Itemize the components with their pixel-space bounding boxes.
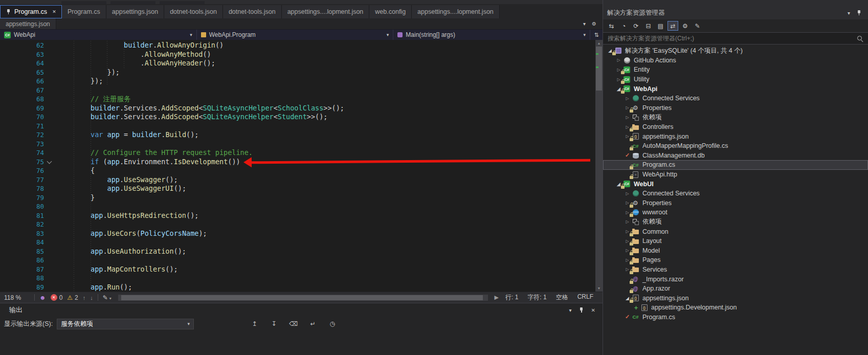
scroll-down-icon[interactable]: ▼ xyxy=(595,285,603,292)
document-tab[interactable]: appsettings.json xyxy=(106,5,164,18)
word-wrap-icon[interactable]: ↵ xyxy=(307,319,318,329)
tab-list-chevron-icon[interactable]: ▾ xyxy=(583,21,586,27)
code-line[interactable] xyxy=(55,238,603,247)
tree-item[interactable]: ▷Common xyxy=(603,227,868,236)
tree-item[interactable]: @App.razor xyxy=(603,284,868,294)
tree-item[interactable]: ▷{}appsettings.json xyxy=(603,131,868,141)
tree-item[interactable]: ▷Services xyxy=(603,265,868,275)
code-line[interactable]: app.UseCors(PolicyCorsName); xyxy=(55,229,603,238)
feedback-icon[interactable]: ☻ xyxy=(39,294,46,301)
tree-item[interactable]: C#Program.cs xyxy=(603,160,868,170)
tree-item[interactable]: ▷Connected Services xyxy=(603,94,868,103)
code-line[interactable]: builder.AllowAnyOrigin() xyxy=(55,41,603,50)
spaces-indicator[interactable]: 空格 xyxy=(556,293,568,302)
code-area[interactable]: builder.AllowAnyOrigin() .AllowAnyMethod… xyxy=(55,40,603,292)
tree-item[interactable]: ▷Connected Services xyxy=(603,189,868,198)
code-line[interactable] xyxy=(55,86,603,95)
warning-count-button[interactable]: ⚠2 xyxy=(67,294,78,301)
document-tab[interactable]: Program.cs✕ xyxy=(0,5,62,18)
tree-item[interactable]: ▷依赖项 xyxy=(603,113,868,122)
tree-item[interactable]: ▷⚙Properties xyxy=(603,103,868,113)
code-line[interactable]: app.UseAuthorization(); xyxy=(55,247,603,256)
code-cleanup-icon[interactable]: ✎▾ xyxy=(103,294,112,301)
tab-options-gear-icon[interactable]: ⚙ xyxy=(592,21,596,27)
breadcrumb-dropdown[interactable]: WebApi.Program▾ xyxy=(197,30,394,40)
show-timestamps-icon[interactable]: ◷ xyxy=(327,319,338,329)
split-view-button[interactable]: ⇅ xyxy=(590,30,603,40)
line-indicator[interactable]: 行: 1 xyxy=(505,293,518,302)
pin-icon[interactable] xyxy=(578,307,585,314)
code-line[interactable] xyxy=(55,274,603,283)
scroll-up-icon[interactable]: ▲ xyxy=(595,40,603,47)
breadcrumb-dropdown[interactable]: C#WebApi▾ xyxy=(0,30,197,40)
document-tab[interactable]: appsettings.json xyxy=(0,18,56,29)
folding-margin[interactable] xyxy=(45,40,55,292)
document-tab[interactable]: appsettings....lopment.json xyxy=(282,5,370,18)
tree-item[interactable]: ◢{}appsettings.json xyxy=(603,293,868,303)
error-count-button[interactable]: ✕0 xyxy=(51,294,63,301)
code-line[interactable] xyxy=(55,140,603,149)
horizontal-scrollbar[interactable] xyxy=(118,295,488,301)
tree-item[interactable]: ▷C#Entity xyxy=(603,65,868,75)
tree-item[interactable]: @_Imports.razor xyxy=(603,274,868,284)
search-input[interactable]: 搜索解决方案资源管理器(Ctrl+;) xyxy=(603,33,868,45)
code-line[interactable]: }); xyxy=(55,77,603,86)
next-issue-icon[interactable]: ↓ xyxy=(90,295,93,301)
document-tab[interactable]: dotnet-tools.json xyxy=(223,5,282,18)
tree-item[interactable]: ≡WebApi.http xyxy=(603,170,868,180)
tree-item[interactable]: ▷wwwroot xyxy=(603,208,868,217)
document-tab[interactable]: web.config xyxy=(369,5,412,18)
code-line[interactable]: app.MapControllers(); xyxy=(55,265,603,274)
switch-views-icon[interactable]: ⇆ xyxy=(606,21,617,31)
sync-with-active-document-icon[interactable]: ⇄ xyxy=(667,21,678,31)
code-line[interactable] xyxy=(55,202,603,211)
tree-item[interactable]: ✓ClassManagement.db xyxy=(603,151,868,161)
output-content[interactable] xyxy=(0,331,603,355)
close-icon[interactable]: ✕ xyxy=(591,307,595,313)
fold-chevron-icon[interactable] xyxy=(47,159,52,164)
code-line[interactable]: .AllowAnyMethod() xyxy=(55,50,603,59)
pending-changes-filter-icon[interactable]: ◔ xyxy=(618,21,629,31)
tree-item[interactable]: ◢解决方案 'EasySQLite' (4 个项目, 共 4 个) xyxy=(603,46,868,56)
document-tab[interactable]: Program.cs xyxy=(62,5,106,18)
code-line[interactable]: }); xyxy=(55,68,603,77)
tree-item[interactable]: ◢C#WebUI xyxy=(603,179,868,189)
expand-arrow-icon[interactable]: ▷ xyxy=(624,191,631,196)
tree-item[interactable]: ▷⚙Properties xyxy=(603,198,868,208)
tree-item[interactable]: ▷Pages xyxy=(603,255,868,265)
search-icon[interactable] xyxy=(856,35,863,42)
document-tab[interactable]: dotnet-tools.json xyxy=(164,5,223,18)
code-editor[interactable]: 6263646566676869707172737475767778798081… xyxy=(0,40,603,292)
scroll-right-icon[interactable]: ▶ xyxy=(495,294,499,301)
output-source-select[interactable]: 服务依赖项 ▾ xyxy=(57,319,194,329)
code-line[interactable]: // 注册服务 xyxy=(55,95,603,104)
code-line[interactable] xyxy=(55,220,603,229)
tree-item[interactable]: ◢C#WebApi xyxy=(603,84,868,94)
vertical-scrollbar[interactable]: ▲ ▼ xyxy=(595,40,603,292)
line-numbers[interactable]: 6263646566676869707172737475767778798081… xyxy=(0,40,45,292)
code-line[interactable]: builder.Services.AddScoped<SQLiteAsyncHe… xyxy=(55,113,603,122)
code-line[interactable]: { xyxy=(55,166,603,175)
code-line[interactable]: app.Run(); xyxy=(55,283,603,292)
clear-all-icon[interactable]: ⌫ xyxy=(288,319,299,329)
code-line[interactable]: builder.Services.AddScoped<SQLiteAsyncHe… xyxy=(55,104,603,113)
tree-item[interactable]: C#AutoMapperMappingProfile.cs xyxy=(603,141,868,151)
expand-arrow-icon[interactable]: ▷ xyxy=(624,115,631,120)
tree-item[interactable]: ▷依赖项 xyxy=(603,217,868,227)
tree-item[interactable]: ▷C#Utility xyxy=(603,75,868,84)
code-line[interactable]: app.UseSwagger(); xyxy=(55,175,603,185)
scrollbar-thumb[interactable] xyxy=(121,295,483,300)
expand-arrow-icon[interactable]: ▷ xyxy=(624,96,631,101)
column-indicator[interactable]: 字符: 1 xyxy=(527,293,546,302)
properties-icon[interactable]: ⚙ xyxy=(680,21,691,31)
tree-item[interactable]: ▷Model xyxy=(603,246,868,255)
eol-indicator[interactable]: CRLF xyxy=(577,293,593,302)
tree-item[interactable]: ▷GitHub Actions xyxy=(603,56,868,65)
code-line[interactable]: var app = builder.Build(); xyxy=(55,130,603,140)
tree-item[interactable]: ✓C#Program.cs xyxy=(603,313,868,322)
breadcrumb-dropdown[interactable]: Main(string[] args)▾ xyxy=(393,30,590,40)
code-cleanup-icon[interactable]: ✎ xyxy=(692,21,703,31)
code-line[interactable] xyxy=(55,256,603,265)
code-line[interactable] xyxy=(55,122,603,131)
code-line[interactable]: app.UseSwaggerUI(); xyxy=(55,184,603,193)
